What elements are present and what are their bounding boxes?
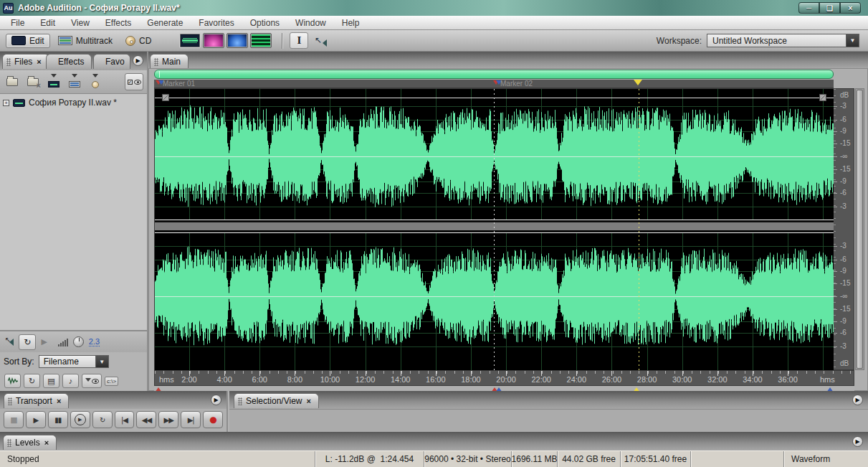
spectral-frequency-display-button[interactable] <box>203 33 224 48</box>
show-midi-files-toggle[interactable]: ♪ <box>62 374 79 388</box>
tab-transport[interactable]: Transport <box>4 393 69 408</box>
marker-strip[interactable]: Marker 01Marker 02 <box>154 80 834 88</box>
go-to-end-button[interactable]: ▶| <box>181 411 201 428</box>
db-ruler-label: -9 <box>840 177 846 185</box>
db-ruler-label: -3 <box>840 342 846 350</box>
loop-play-icon: ↻ <box>100 416 105 424</box>
timeline-tick-label: 16:00 <box>422 375 449 384</box>
menu-item-effects[interactable]: Effects <box>97 16 139 29</box>
db-ruler-label: -∞ <box>840 152 847 160</box>
tab-selection-view-label: Selection/View <box>246 396 302 406</box>
spectral-pan-display-icon <box>228 34 247 47</box>
levels-panel-menu-button[interactable] <box>852 436 863 447</box>
close-tab-icon[interactable] <box>44 439 49 447</box>
horizontal-zoom-navigation-bar[interactable] <box>154 70 834 79</box>
close-tab-icon[interactable] <box>57 397 61 405</box>
full-paths-toggle[interactable]: c:\> <box>105 377 118 386</box>
tab-favorites[interactable]: Favo <box>93 54 130 69</box>
files-tree: + София Ротару II.wav * <box>0 93 147 331</box>
time-selection-tool-button[interactable]: I <box>290 32 308 49</box>
spectral-pan-display-button[interactable] <box>226 33 248 48</box>
play-from-cursor-button[interactable]: ▶ <box>70 411 90 428</box>
tab-selection-view[interactable]: Selection/View <box>234 393 319 408</box>
menu-item-options[interactable]: Options <box>242 16 287 29</box>
workspace-dropdown-arrow-icon[interactable]: ▼ <box>846 34 859 47</box>
insert-into-edit-icon[interactable] <box>45 73 62 90</box>
menu-bar: FileEditViewEffectsGenerateFavoritesOpti… <box>0 16 868 30</box>
go-to-beginning-button[interactable]: |◀ <box>115 411 135 428</box>
stop-button[interactable]: ■ <box>4 411 24 428</box>
preview-play-button[interactable]: ▶ <box>41 337 47 346</box>
timeline-tick-label: 32:00 <box>704 375 731 384</box>
insert-into-cd-icon[interactable] <box>87 73 104 90</box>
auto-play-icon[interactable]: ↖ <box>5 339 14 346</box>
transport-panel-menu-button[interactable] <box>211 395 221 405</box>
editor-body: Marker 01Marker 02 -3-6-9-15-∞-15-9-6-3-… <box>148 68 868 391</box>
timeline-tick-label: 14:00 <box>387 375 414 384</box>
pause-button[interactable]: ▮▮ <box>48 411 68 428</box>
scrub-tool-button[interactable]: ↖ <box>311 32 330 49</box>
close-tab-icon[interactable] <box>37 58 41 66</box>
stop-icon: ■ <box>10 415 16 425</box>
tab-levels[interactable]: Levels <box>3 435 57 450</box>
fast-forward-button[interactable]: ▶▶ <box>158 411 178 428</box>
waveform-display-button[interactable] <box>179 33 201 48</box>
close-button[interactable]: × <box>840 2 861 14</box>
edit-view-icon <box>11 36 26 45</box>
selection-view-panel-menu-button[interactable] <box>852 395 863 405</box>
preview-volume-value[interactable]: 2.3 <box>89 337 100 346</box>
insert-into-multitrack-icon[interactable] <box>66 73 83 90</box>
spectral-phase-display-button[interactable] <box>250 33 272 48</box>
sort-by-select[interactable]: Filename ▼ <box>39 355 109 368</box>
tab-levels-label: Levels <box>15 438 40 448</box>
tab-main[interactable]: Main <box>150 54 189 69</box>
minimize-button[interactable]: ─ <box>798 2 819 14</box>
cd-view-button[interactable]: CD <box>120 34 156 47</box>
show-audio-files-toggle[interactable] <box>4 374 21 388</box>
menu-item-help[interactable]: Help <box>334 16 368 29</box>
vertical-scrollbar-thumb[interactable] <box>857 90 863 369</box>
preview-volume-knob[interactable] <box>73 336 84 347</box>
timeline-tick-label: 4:00 <box>211 375 238 384</box>
timeline-ruler[interactable]: 2:004:006:008:0010:0012:0014:0016:0018:0… <box>154 370 854 386</box>
expand-icon[interactable]: + <box>3 100 9 106</box>
waveform-canvas[interactable] <box>154 88 834 372</box>
edit-view-button[interactable]: Edit <box>6 34 50 48</box>
restore-button[interactable]: ❏ <box>819 2 840 14</box>
close-file-icon[interactable]: × <box>24 73 42 90</box>
show-loop-files-toggle[interactable]: ↻ <box>24 374 40 388</box>
filter-options-toggle[interactable] <box>82 374 102 388</box>
file-tree-item[interactable]: + София Ротару II.wav * <box>3 98 144 108</box>
timeline-unit-right: hms <box>820 375 835 384</box>
menu-item-generate[interactable]: Generate <box>139 16 191 29</box>
status-bar: StoppedL: -11.2dB @ 1:24.45496000 • 32-b… <box>0 451 868 467</box>
close-tab-icon[interactable] <box>307 397 311 405</box>
record-button[interactable]: ● <box>203 411 223 428</box>
import-file-icon[interactable] <box>4 73 21 90</box>
workspace-select[interactable]: Untitled Workspace ▼ <box>707 34 859 47</box>
vertical-scrollbar[interactable] <box>855 88 864 370</box>
menu-item-file[interactable]: File <box>3 16 32 29</box>
marker-label: Marker 01 <box>163 80 195 88</box>
rewind-button[interactable]: ◀◀ <box>136 411 156 428</box>
transport-tabs: Transport <box>0 391 226 409</box>
multitrack-view-button[interactable]: Multitrack <box>53 34 118 47</box>
menu-item-favorites[interactable]: Favorites <box>191 16 242 29</box>
advanced-options-toggle[interactable]: ✓ <box>125 73 143 90</box>
loop-preview-button[interactable]: ↻ <box>19 334 36 350</box>
menu-item-view[interactable]: View <box>63 16 97 29</box>
tab-effects[interactable]: Effects <box>46 54 92 69</box>
db-ruler-label: -∞ <box>840 292 847 300</box>
loop-play-button[interactable]: ↻ <box>92 411 113 428</box>
menu-item-edit[interactable]: Edit <box>32 16 63 29</box>
play-button[interactable]: ▶ <box>26 411 46 428</box>
files-panel-menu-button[interactable] <box>133 55 143 66</box>
timeline-tick-label: 30:00 <box>669 375 696 384</box>
db-ruler[interactable]: -3-6-9-15-∞-15-9-6-3-3-6-9-15-∞-15-9-6-3… <box>834 88 854 370</box>
levels-panel: Levels <box>0 432 868 451</box>
timeline-tick-label: 28:00 <box>634 375 661 384</box>
show-video-files-toggle[interactable]: ▤ <box>43 374 59 388</box>
sort-dropdown-arrow-icon[interactable]: ▼ <box>95 356 108 367</box>
menu-item-window[interactable]: Window <box>287 16 334 29</box>
tab-files[interactable]: Files <box>2 54 49 69</box>
